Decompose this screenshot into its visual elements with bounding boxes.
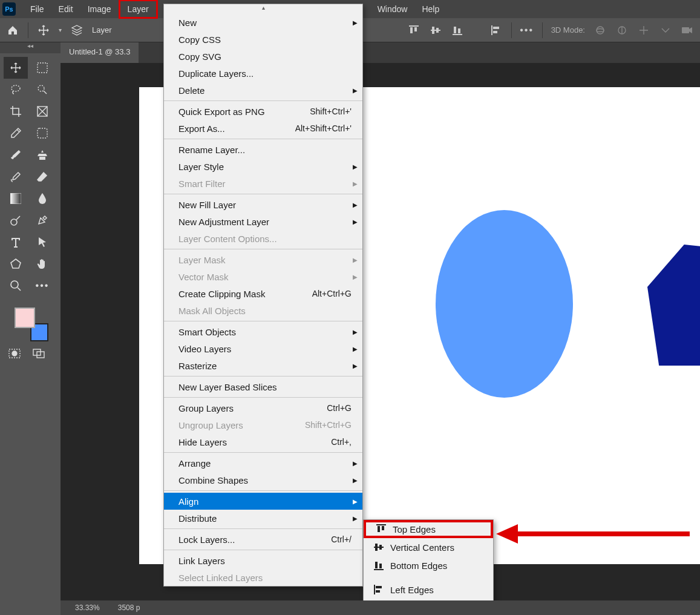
menu-item-new-adjustment-layer[interactable]: New Adjustment Layer▶ <box>164 213 362 230</box>
zoom-tool[interactable] <box>4 275 28 297</box>
edit-toolbar[interactable]: ••• <box>30 275 54 297</box>
color-swatches[interactable] <box>12 308 48 341</box>
svg-point-22 <box>11 219 17 225</box>
align-top-edges[interactable]: Top Edges <box>364 520 493 538</box>
home-icon[interactable] <box>6 24 19 37</box>
frame-tool[interactable] <box>30 100 54 122</box>
document-tab[interactable]: Untitled-1 @ 33.3 <box>61 42 139 63</box>
pen-tool[interactable] <box>30 209 54 231</box>
menu-item-layer-style[interactable]: Layer Style▶ <box>164 158 362 175</box>
gradient-tool[interactable] <box>4 188 28 209</box>
align-left-icon[interactable] <box>489 24 503 37</box>
menu-item-copy-css[interactable]: Copy CSS <box>164 31 362 48</box>
pentagon-shape <box>647 245 700 366</box>
svg-rect-8 <box>458 28 460 33</box>
menu-item-quick-export-as-png[interactable]: Quick Export as PNGShift+Ctrl+' <box>164 103 362 120</box>
menu-layer[interactable]: Layer <box>119 0 158 19</box>
menu-item-distribute[interactable]: Distribute▶ <box>164 510 362 527</box>
eyedropper-tool[interactable] <box>4 122 28 144</box>
svg-marker-23 <box>11 259 21 268</box>
menu-item-layer-content-options-: Layer Content Options... <box>164 230 362 247</box>
menu-item-create-clipping-mask[interactable]: Create Clipping MaskAlt+Ctrl+G <box>164 285 362 302</box>
svg-point-12 <box>597 27 604 34</box>
eraser-tool[interactable] <box>30 166 54 188</box>
svg-rect-21 <box>10 193 21 204</box>
blur-tool[interactable] <box>30 188 54 209</box>
menu-item-lock-layers-[interactable]: Lock Layers...Ctrl+/ <box>164 531 362 548</box>
clone-stamp-tool[interactable] <box>30 144 54 166</box>
menu-item-duplicate-layers-[interactable]: Duplicate Layers... <box>164 65 362 82</box>
menu-item-new-fill-layer[interactable]: New Fill Layer▶ <box>164 196 362 213</box>
svg-rect-35 <box>374 569 384 570</box>
spot-heal-tool[interactable] <box>30 122 54 144</box>
quick-mask-icon[interactable] <box>8 349 21 358</box>
menu-item-hide-layers[interactable]: Hide LayersCtrl+, <box>164 433 362 450</box>
move-arrows-icon[interactable] <box>37 24 50 37</box>
menu-item-ungroup-layers: Ungroup LayersShift+Ctrl+G <box>164 416 362 433</box>
menu-file[interactable]: File <box>23 1 51 17</box>
menu-item-delete[interactable]: Delete▶ <box>164 82 362 99</box>
svg-rect-38 <box>374 585 375 594</box>
svg-rect-40 <box>376 590 380 593</box>
foreground-color-swatch[interactable] <box>15 308 35 328</box>
svg-point-26 <box>12 351 17 356</box>
layers-stack-icon[interactable] <box>70 24 83 37</box>
svg-rect-31 <box>382 526 384 530</box>
menu-item-export-as-[interactable]: Export As...Alt+Shift+Ctrl+' <box>164 120 362 137</box>
menu-item-video-layers[interactable]: Video Layers▶ <box>164 340 362 357</box>
3d-camera-icon[interactable] <box>681 24 694 37</box>
menu-item-combine-shapes[interactable]: Combine Shapes▶ <box>164 472 362 488</box>
align-vertical-centers[interactable]: Vertical Centers <box>364 538 493 556</box>
crop-tool[interactable] <box>4 100 28 122</box>
zoom-level[interactable]: 33.33% <box>75 603 100 612</box>
3d-orbit-icon[interactable] <box>594 24 607 37</box>
shape-tool[interactable] <box>4 253 28 275</box>
type-tool[interactable] <box>4 231 28 253</box>
menu-item-group-layers[interactable]: Group LayersCtrl+G <box>164 400 362 416</box>
brush-tool[interactable] <box>4 144 28 166</box>
screen-mode-icon[interactable] <box>33 349 45 358</box>
menu-item-new[interactable]: New▶ <box>164 14 362 31</box>
menu-image[interactable]: Image <box>80 1 119 17</box>
menu-item-select-linked-layers: Select Linked Layers <box>164 569 362 586</box>
svg-point-13 <box>597 28 604 31</box>
svg-rect-4 <box>432 27 434 34</box>
menu-item-link-layers[interactable]: Link Layers <box>164 552 362 569</box>
menu-scroll-up[interactable]: ▴ <box>164 4 362 14</box>
dodge-tool[interactable] <box>4 209 28 231</box>
menu-item-arrange[interactable]: Arrange▶ <box>164 455 362 472</box>
menu-item-new-layer-based-slices[interactable]: New Layer Based Slices <box>164 378 362 395</box>
svg-rect-9 <box>491 25 492 35</box>
document-tab-bar: Untitled-1 @ 33.3 <box>61 42 700 63</box>
svg-rect-20 <box>38 128 47 138</box>
history-brush-tool[interactable] <box>4 166 28 188</box>
path-select-tool[interactable] <box>30 231 54 253</box>
align-bottom-icon[interactable] <box>451 24 464 37</box>
3d-slide-icon[interactable] <box>659 24 672 37</box>
menu-edit[interactable]: Edit <box>51 1 80 17</box>
menu-window[interactable]: Window <box>370 1 415 17</box>
marquee-tool[interactable] <box>30 57 54 79</box>
menu-help[interactable]: Help <box>414 1 446 17</box>
menu-item-align[interactable]: Align▶ <box>164 493 362 510</box>
lasso-tool[interactable] <box>4 79 28 100</box>
align-bottom-edges[interactable]: Bottom Edges <box>364 556 493 574</box>
ellipse-shape <box>436 210 573 398</box>
layer-label: Layer <box>92 25 112 35</box>
menu-item-copy-svg[interactable]: Copy SVG <box>164 48 362 65</box>
menu-item-smart-filter: Smart Filter▶ <box>164 175 362 192</box>
menu-item-rename-layer-[interactable]: Rename Layer... <box>164 141 362 158</box>
hand-tool[interactable] <box>30 253 54 275</box>
align-bottom-icon <box>373 560 384 571</box>
menu-item-rasterize[interactable]: Rasterize▶ <box>164 357 362 374</box>
3d-pan-icon[interactable] <box>637 24 650 37</box>
toolbox-collapse[interactable]: ◂◂ <box>0 42 61 53</box>
3d-rotate-icon[interactable] <box>615 24 629 37</box>
menu-item-smart-objects[interactable]: Smart Objects▶ <box>164 323 362 340</box>
align-top-icon[interactable] <box>407 24 420 37</box>
move-tool[interactable] <box>4 57 28 79</box>
align-left-edges[interactable]: Left Edges <box>364 580 493 599</box>
more-icon[interactable]: ••• <box>520 24 534 37</box>
quick-select-tool[interactable] <box>30 79 54 100</box>
align-vcenter-icon[interactable] <box>429 24 442 37</box>
